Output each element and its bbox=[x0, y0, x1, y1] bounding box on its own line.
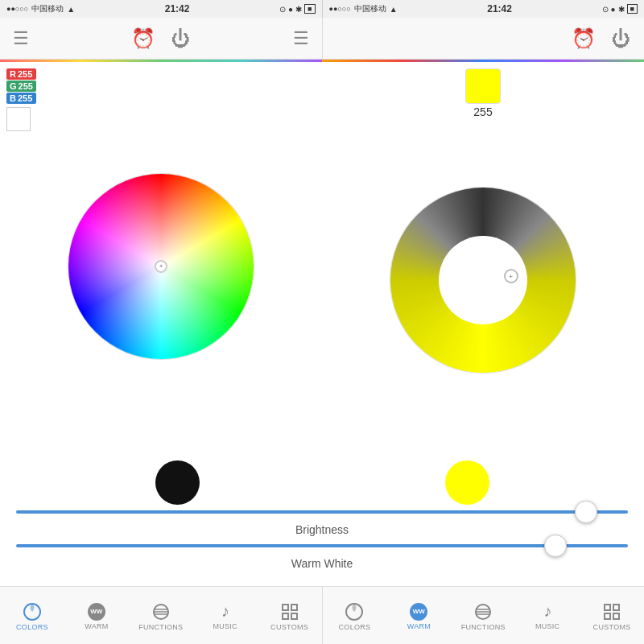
rgb-red-row: R 255 bbox=[6, 68, 36, 80]
tab-bar-left: COLORS WW WARM FUNCTIONS ♪ MUSIC bbox=[0, 587, 322, 644]
alarm-button-left[interactable]: ⏰ bbox=[131, 27, 155, 50]
tab-label-left-warm: WARM bbox=[85, 622, 108, 630]
colors-icon-left bbox=[23, 602, 42, 621]
status-bar-left: ●●○○○ 中国移动 ▲ 21:42 ⊙ ● ✱ ■ bbox=[0, 0, 322, 18]
alarm-icon-right: ⊙ bbox=[602, 5, 609, 14]
menu-icon-left[interactable]: ☰ bbox=[13, 28, 29, 49]
color-wheel[interactable]: + bbox=[68, 174, 254, 359]
status-row: ●●○○○ 中国移动 ▲ 21:42 ⊙ ● ✱ ■ ●●○○○ 中国移动 ▲ … bbox=[0, 0, 644, 18]
customs-icon-left bbox=[280, 602, 299, 621]
music-icon-right: ♪ bbox=[543, 602, 551, 621]
r-value: 255 bbox=[18, 69, 32, 79]
battery-icon-left: ■ bbox=[304, 4, 315, 14]
color-circles-row bbox=[0, 454, 644, 510]
donut-cursor[interactable]: + bbox=[504, 269, 518, 283]
carrier-left: 中国移动 bbox=[31, 3, 64, 14]
tab-label-right-music: MUSIC bbox=[535, 622, 560, 630]
g-label: G bbox=[10, 81, 17, 91]
color-circle-yellow[interactable] bbox=[445, 460, 489, 505]
g-value: 255 bbox=[19, 81, 33, 91]
tab-left-customs[interactable]: CUSTOMS bbox=[258, 587, 322, 644]
bluetooth-icon-right: ✱ bbox=[618, 5, 625, 14]
preview-value: 255 bbox=[473, 105, 492, 118]
svg-rect-6 bbox=[283, 613, 288, 619]
rgb-green-row: G 255 bbox=[6, 80, 36, 92]
warm-badge-right: WW bbox=[410, 603, 427, 621]
b-label: B bbox=[10, 93, 16, 103]
tab-label-left-customs: CUSTOMS bbox=[270, 623, 308, 631]
tab-right-music[interactable]: ♪ MUSIC bbox=[515, 587, 580, 644]
rgb-readout: R 255 G 255 B 255 bbox=[6, 68, 36, 131]
toolbar-row: ☰ ⏰ ⏻ ☰ ⏰ ⏻ bbox=[0, 18, 644, 60]
dual-panel: R 255 G 255 B 255 + bbox=[0, 62, 644, 454]
brightness-label: Brightness bbox=[16, 523, 628, 536]
svg-rect-12 bbox=[605, 605, 610, 610]
svg-rect-4 bbox=[283, 605, 288, 610]
brightness-thumb[interactable] bbox=[575, 501, 597, 523]
tab-left-functions[interactable]: FUNCTIONS bbox=[129, 587, 193, 644]
sliders-area: Brightness Warm White bbox=[0, 510, 644, 586]
svg-rect-5 bbox=[291, 605, 297, 610]
donut-container: + bbox=[328, 68, 638, 448]
tab-label-left-colors: COLORS bbox=[16, 623, 48, 631]
tab-label-left-music: MUSIC bbox=[213, 622, 237, 630]
color-circle-black[interactable] bbox=[155, 460, 200, 505]
carrier-right: 中国移动 bbox=[354, 3, 386, 14]
brightness-track[interactable] bbox=[16, 510, 628, 514]
alarm-button-right[interactable]: ⏰ bbox=[572, 27, 596, 50]
tab-bars-row: COLORS WW WARM FUNCTIONS ♪ MUSIC bbox=[0, 586, 644, 644]
tab-label-right-warm: WARM bbox=[407, 622, 431, 630]
tab-right-warm[interactable]: WW WARM bbox=[386, 587, 451, 644]
svg-rect-15 bbox=[613, 613, 619, 619]
tab-left-warm[interactable]: WW WARM bbox=[64, 587, 129, 644]
tab-label-right-colors: COLORS bbox=[339, 623, 371, 631]
power-icon-left: ● bbox=[288, 5, 293, 14]
rgb-blue-row: B 255 bbox=[6, 93, 36, 104]
tab-right-functions[interactable]: FUNCTIONS bbox=[451, 587, 515, 644]
toolbar-right: ⏰ ⏻ bbox=[323, 18, 645, 59]
warmwhite-label: Warm White bbox=[16, 557, 628, 570]
tab-left-music[interactable]: ♪ MUSIC bbox=[193, 587, 258, 644]
time-right: 21:42 bbox=[487, 3, 512, 14]
customs-icon-right bbox=[602, 602, 621, 621]
warm-badge-left: WW bbox=[88, 603, 105, 621]
warmwhite-slider-container: Warm White bbox=[16, 544, 628, 570]
tab-right-colors[interactable]: COLORS bbox=[323, 587, 387, 644]
music-icon-left: ♪ bbox=[221, 602, 229, 621]
svg-rect-13 bbox=[613, 605, 619, 610]
r-label: R bbox=[10, 69, 16, 79]
warmwhite-thumb[interactable] bbox=[544, 535, 567, 557]
menu-icon-left2[interactable]: ☰ bbox=[293, 28, 309, 49]
color-wheel-cursor[interactable]: + bbox=[155, 260, 167, 273]
warmwhite-track[interactable] bbox=[16, 544, 628, 547]
functions-icon-left bbox=[151, 602, 171, 621]
svg-rect-14 bbox=[605, 613, 610, 619]
power-icon-right: ● bbox=[611, 5, 616, 14]
svg-rect-7 bbox=[291, 613, 297, 619]
wifi-icon-left: ▲ bbox=[67, 5, 75, 14]
panel-right: 255 + bbox=[322, 62, 644, 454]
color-swatch[interactable] bbox=[6, 107, 31, 131]
tab-bar-right: COLORS WW WARM FUNCTIONS ♪ MUSIC bbox=[323, 587, 645, 644]
tab-left-colors[interactable]: COLORS bbox=[0, 587, 64, 644]
toolbar-left: ☰ ⏰ ⏻ ☰ bbox=[0, 18, 322, 59]
bluetooth-icon-left: ✱ bbox=[295, 5, 302, 14]
functions-icon-right bbox=[473, 602, 493, 621]
brightness-slider-container: Brightness bbox=[16, 510, 628, 536]
wifi-icon-right: ▲ bbox=[390, 5, 398, 14]
panel-left: R 255 G 255 B 255 + bbox=[0, 62, 322, 454]
tab-label-left-functions: FUNCTIONS bbox=[138, 623, 183, 631]
signal-dots-left: ●●○○○ bbox=[6, 5, 28, 13]
signal-dots-right: ●●○○○ bbox=[329, 5, 351, 13]
colors-icon-right bbox=[345, 602, 364, 621]
tab-right-customs[interactable]: CUSTOMS bbox=[580, 587, 644, 644]
status-bar-right: ●●○○○ 中国移动 ▲ 21:42 ⊙ ● ✱ ■ bbox=[323, 0, 645, 18]
preview-top: 255 bbox=[465, 68, 501, 118]
battery-icon-right: ■ bbox=[627, 4, 638, 14]
power-button-right[interactable]: ⏻ bbox=[612, 27, 631, 50]
preview-swatch-yellow bbox=[465, 68, 501, 104]
power-button-left[interactable]: ⏻ bbox=[171, 27, 191, 50]
main-content: R 255 G 255 B 255 + bbox=[0, 62, 644, 586]
donut-wheel[interactable]: + bbox=[390, 188, 576, 373]
tab-label-right-functions: FUNCTIONS bbox=[461, 623, 506, 631]
